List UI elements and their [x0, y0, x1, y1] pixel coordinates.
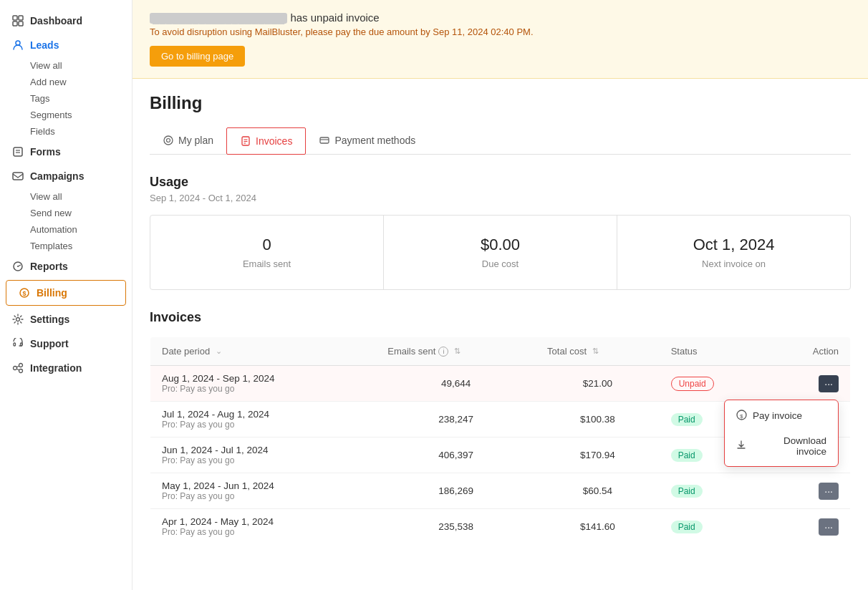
invoices-title: Invoices — [150, 310, 851, 325]
tab-invoices-label: Invoices — [256, 135, 292, 147]
campaigns-view-all[interactable]: View all — [0, 188, 132, 205]
payment-methods-icon — [319, 135, 330, 146]
cell-cost: $60.54 — [536, 473, 660, 509]
status-badge: Unpaid — [671, 377, 714, 391]
svg-point-10 — [17, 266, 19, 267]
next-invoice-label: Next invoice on — [632, 258, 836, 269]
svg-rect-14 — [14, 343, 16, 346]
action-menu-button[interactable]: ··· — [819, 483, 839, 500]
pay-invoice-menu-item[interactable]: $ Pay invoice — [725, 403, 838, 429]
cell-date: May 1, 2024 - Jun 1, 2024 Pro: Pay as yo… — [150, 473, 377, 509]
cost-sort-icon: ⇅ — [592, 347, 599, 356]
emails-sent-value: 0 — [165, 236, 369, 254]
tab-my-plan[interactable]: My plan — [150, 127, 226, 155]
integration-icon — [11, 362, 24, 374]
billing-icon: $ — [18, 286, 31, 299]
sidebar-item-billing[interactable]: $ Billing — [6, 280, 126, 306]
cell-status: Paid — [660, 509, 769, 545]
usage-card-next-invoice: Oct 1, 2024 Next invoice on — [617, 216, 850, 289]
cell-emails: 235,538 — [376, 509, 536, 545]
usage-card-due-cost: $0.00 Due cost — [384, 216, 617, 289]
due-cost-label: Due cost — [398, 258, 602, 269]
leads-view-all[interactable]: View all — [0, 57, 132, 74]
svg-rect-1 — [19, 16, 23, 20]
blurred-name: ████████████████████ — [150, 13, 287, 24]
sidebar-item-settings[interactable]: Settings — [0, 307, 132, 332]
action-dropdown-menu: $ Pay invoice Download invoice — [724, 400, 839, 467]
cell-emails: 49,644 — [376, 366, 536, 402]
sidebar-item-dashboard[interactable]: Dashboard — [0, 9, 132, 33]
alert-title-suffix: has unpaid invoice — [290, 11, 379, 24]
sidebar-item-forms[interactable]: Forms — [0, 140, 132, 164]
col-total-cost[interactable]: Total cost ⇅ — [536, 337, 660, 366]
go-to-billing-button[interactable]: Go to billing page — [150, 46, 245, 67]
col-date-period[interactable]: Date period ⌄ — [150, 337, 377, 366]
cell-cost: $21.00 — [536, 366, 660, 402]
usage-card-emails-sent: 0 Emails sent — [150, 216, 384, 289]
svg-point-16 — [14, 367, 17, 370]
emails-info-icon[interactable]: i — [438, 347, 448, 357]
svg-point-4 — [16, 41, 20, 45]
cell-action: ··· — [768, 473, 850, 509]
sidebar-item-support[interactable]: Support — [0, 332, 132, 356]
svg-rect-5 — [14, 148, 22, 156]
campaigns-icon — [11, 170, 24, 183]
download-invoice-label: Download invoice — [752, 435, 826, 457]
campaigns-templates[interactable]: Templates — [0, 238, 132, 254]
sidebar-item-integration[interactable]: Integration — [0, 356, 132, 380]
emails-sort-icon: ⇅ — [454, 347, 460, 356]
next-invoice-value: Oct 1, 2024 — [632, 236, 836, 254]
table-row: May 1, 2024 - Jun 1, 2024 Pro: Pay as yo… — [150, 473, 851, 509]
date-sort-icon: ⌄ — [216, 347, 222, 356]
tab-payment-methods-label: Payment methods — [334, 135, 415, 146]
cell-action: ··· — [768, 509, 850, 545]
action-menu-button[interactable]: ··· — [819, 375, 839, 392]
status-badge: Paid — [671, 449, 703, 462]
cell-date: Apr 1, 2024 - May 1, 2024 Pro: Pay as yo… — [150, 509, 377, 545]
svg-text:$: $ — [740, 412, 743, 419]
leads-add-new[interactable]: Add new — [0, 74, 132, 90]
cell-date: Aug 1, 2024 - Sep 1, 2024 Pro: Pay as yo… — [150, 366, 377, 402]
sidebar-item-campaigns[interactable]: Campaigns — [0, 164, 132, 188]
alert-title: ████████████████████ has unpaid invoice — [150, 11, 851, 24]
usage-cards: 0 Emails sent $0.00 Due cost Oct 1, 2024… — [150, 215, 851, 290]
action-menu-button[interactable]: ··· — [819, 518, 839, 536]
settings-icon — [11, 313, 24, 326]
tab-payment-methods[interactable]: Payment methods — [306, 127, 428, 155]
invoices-icon — [240, 135, 251, 147]
leads-icon — [11, 39, 24, 52]
svg-line-20 — [17, 369, 19, 370]
svg-rect-27 — [320, 137, 329, 143]
campaigns-automation[interactable]: Automation — [0, 221, 132, 238]
page-body: Billing My plan Invoices Payment methods — [132, 79, 868, 559]
status-badge: Paid — [671, 485, 703, 498]
support-label: Support — [30, 338, 69, 349]
reports-icon — [11, 260, 24, 273]
leads-segments[interactable]: Segments — [0, 107, 132, 123]
settings-label: Settings — [30, 314, 69, 325]
cell-cost: $141.60 — [536, 509, 660, 545]
svg-rect-15 — [21, 343, 23, 346]
download-invoice-menu-item[interactable]: Download invoice — [725, 429, 838, 463]
usage-title: Usage — [150, 175, 851, 190]
sidebar-item-reports[interactable]: Reports — [0, 254, 132, 279]
billing-tabs: My plan Invoices Payment methods — [150, 127, 851, 155]
campaigns-label: Campaigns — [30, 170, 84, 182]
sidebar: Dashboard Leads View all Add new Tags Se… — [0, 0, 132, 590]
leads-tags[interactable]: Tags — [0, 90, 132, 107]
svg-point-17 — [19, 364, 23, 367]
svg-point-13 — [16, 318, 20, 321]
cell-emails: 406,397 — [376, 437, 536, 473]
sidebar-item-leads[interactable]: Leads — [0, 33, 132, 57]
pay-invoice-icon: $ — [736, 410, 747, 422]
status-badge: Paid — [671, 413, 703, 426]
dashboard-label: Dashboard — [30, 15, 82, 26]
campaigns-send-new[interactable]: Send new — [0, 205, 132, 221]
cell-date: Jun 1, 2024 - Jul 1, 2024 Pro: Pay as yo… — [150, 437, 377, 473]
download-invoice-icon — [736, 440, 746, 452]
leads-fields[interactable]: Fields — [0, 123, 132, 140]
tab-invoices[interactable]: Invoices — [226, 127, 306, 155]
col-emails-sent[interactable]: Emails sent i ⇅ — [376, 337, 536, 366]
billing-label: Billing — [37, 287, 67, 299]
cell-cost: $170.94 — [536, 437, 660, 473]
